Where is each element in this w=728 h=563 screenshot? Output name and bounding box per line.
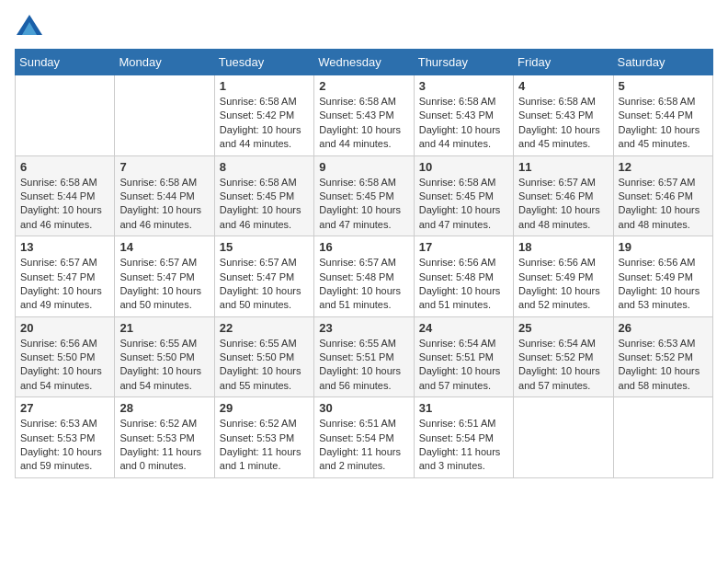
- sunrise-label: Sunrise: 6:53 AM: [20, 418, 97, 429]
- sunset-label: Sunset: 5:53 PM: [220, 432, 294, 443]
- daylight-label: Daylight: 10 hours and 46 minutes.: [20, 204, 102, 229]
- calendar-cell: 16 Sunrise: 6:57 AM Sunset: 5:48 PM Dayl…: [314, 236, 414, 317]
- sunrise-label: Sunrise: 6:58 AM: [619, 96, 696, 107]
- sunset-label: Sunset: 5:52 PM: [619, 351, 693, 362]
- cell-info: Sunrise: 6:54 AM Sunset: 5:52 PM Dayligh…: [518, 337, 608, 394]
- calendar-cell: 13 Sunrise: 6:57 AM Sunset: 5:47 PM Dayl…: [16, 236, 115, 317]
- daylight-label: Daylight: 10 hours and 55 minutes.: [220, 365, 301, 390]
- sunset-label: Sunset: 5:47 PM: [20, 271, 95, 282]
- sunrise-label: Sunrise: 6:58 AM: [220, 96, 297, 107]
- day-number: 31: [419, 401, 508, 415]
- sunrise-label: Sunrise: 6:54 AM: [419, 338, 496, 349]
- calendar-cell: 9 Sunrise: 6:58 AM Sunset: 5:45 PM Dayli…: [314, 155, 414, 236]
- calendar-cell: [613, 397, 712, 478]
- sunset-label: Sunset: 5:45 PM: [419, 190, 494, 201]
- sunrise-label: Sunrise: 6:57 AM: [220, 257, 297, 268]
- sunset-label: Sunset: 5:42 PM: [220, 109, 294, 121]
- sunset-label: Sunset: 5:45 PM: [220, 190, 294, 201]
- daylight-label: Daylight: 10 hours and 52 minutes.: [518, 285, 600, 310]
- cell-info: Sunrise: 6:57 AM Sunset: 5:47 PM Dayligh…: [220, 256, 309, 313]
- day-number: 22: [220, 321, 309, 335]
- sunset-label: Sunset: 5:53 PM: [20, 432, 95, 443]
- daylight-label: Daylight: 10 hours and 45 minutes.: [619, 124, 700, 149]
- sunset-label: Sunset: 5:47 PM: [220, 271, 294, 282]
- calendar-cell: 8 Sunrise: 6:58 AM Sunset: 5:45 PM Dayli…: [214, 155, 313, 236]
- sunset-label: Sunset: 5:50 PM: [20, 351, 95, 362]
- sunrise-label: Sunrise: 6:57 AM: [20, 257, 97, 268]
- daylight-label: Daylight: 10 hours and 49 minutes.: [20, 285, 102, 310]
- day-number: 6: [20, 160, 109, 174]
- daylight-label: Daylight: 10 hours and 57 minutes.: [419, 365, 501, 390]
- calendar-cell: 14 Sunrise: 6:57 AM Sunset: 5:47 PM Dayl…: [115, 236, 214, 317]
- calendar-cell: 20 Sunrise: 6:56 AM Sunset: 5:50 PM Dayl…: [16, 316, 115, 397]
- calendar-cell: 22 Sunrise: 6:55 AM Sunset: 5:50 PM Dayl…: [214, 316, 313, 397]
- sunset-label: Sunset: 5:53 PM: [119, 432, 194, 443]
- sunset-label: Sunset: 5:49 PM: [619, 271, 693, 282]
- daylight-label: Daylight: 11 hours and 2 minutes.: [319, 446, 401, 471]
- day-header-saturday: Saturday: [613, 50, 712, 75]
- cell-info: Sunrise: 6:57 AM Sunset: 5:48 PM Dayligh…: [319, 256, 408, 313]
- cell-info: Sunrise: 6:55 AM Sunset: 5:50 PM Dayligh…: [220, 337, 309, 394]
- day-header-tuesday: Tuesday: [214, 50, 313, 75]
- day-number: 24: [419, 321, 508, 335]
- calendar-week-1: 1 Sunrise: 6:58 AM Sunset: 5:42 PM Dayli…: [16, 75, 713, 156]
- sunset-label: Sunset: 5:45 PM: [319, 190, 393, 201]
- calendar-cell: 28 Sunrise: 6:52 AM Sunset: 5:53 PM Dayl…: [115, 397, 214, 478]
- calendar-cell: 2 Sunrise: 6:58 AM Sunset: 5:43 PM Dayli…: [314, 75, 414, 156]
- cell-info: Sunrise: 6:58 AM Sunset: 5:42 PM Dayligh…: [220, 95, 309, 152]
- sunrise-label: Sunrise: 6:58 AM: [20, 177, 97, 188]
- cell-info: Sunrise: 6:57 AM Sunset: 5:47 PM Dayligh…: [20, 256, 109, 313]
- daylight-label: Daylight: 10 hours and 45 minutes.: [518, 124, 600, 149]
- daylight-label: Daylight: 10 hours and 46 minutes.: [119, 204, 201, 229]
- calendar-cell: 26 Sunrise: 6:53 AM Sunset: 5:52 PM Dayl…: [613, 316, 712, 397]
- calendar-cell: 25 Sunrise: 6:54 AM Sunset: 5:52 PM Dayl…: [514, 316, 613, 397]
- day-number: 25: [518, 321, 608, 335]
- sunset-label: Sunset: 5:43 PM: [419, 109, 494, 121]
- cell-info: Sunrise: 6:57 AM Sunset: 5:47 PM Dayligh…: [119, 256, 209, 313]
- sunrise-label: Sunrise: 6:53 AM: [619, 338, 696, 349]
- calendar-cell: 12 Sunrise: 6:57 AM Sunset: 5:46 PM Dayl…: [613, 155, 712, 236]
- sunrise-label: Sunrise: 6:52 AM: [220, 418, 297, 429]
- calendar-cell: 31 Sunrise: 6:51 AM Sunset: 5:54 PM Dayl…: [414, 397, 513, 478]
- daylight-label: Daylight: 10 hours and 59 minutes.: [20, 446, 102, 471]
- day-number: 20: [20, 321, 109, 335]
- day-number: 8: [220, 160, 309, 174]
- sunrise-label: Sunrise: 6:58 AM: [220, 177, 297, 188]
- calendar-cell: 29 Sunrise: 6:52 AM Sunset: 5:53 PM Dayl…: [214, 397, 313, 478]
- sunset-label: Sunset: 5:47 PM: [119, 271, 194, 282]
- cell-info: Sunrise: 6:58 AM Sunset: 5:43 PM Dayligh…: [419, 95, 508, 152]
- calendar-cell: 3 Sunrise: 6:58 AM Sunset: 5:43 PM Dayli…: [414, 75, 513, 156]
- calendar-cell: 18 Sunrise: 6:56 AM Sunset: 5:49 PM Dayl…: [514, 236, 613, 317]
- cell-info: Sunrise: 6:54 AM Sunset: 5:51 PM Dayligh…: [419, 337, 508, 394]
- cell-info: Sunrise: 6:56 AM Sunset: 5:48 PM Dayligh…: [419, 256, 508, 313]
- calendar-cell: 11 Sunrise: 6:57 AM Sunset: 5:46 PM Dayl…: [514, 155, 613, 236]
- sunset-label: Sunset: 5:48 PM: [319, 271, 393, 282]
- day-number: 7: [119, 160, 209, 174]
- sunset-label: Sunset: 5:49 PM: [518, 271, 593, 282]
- cell-info: Sunrise: 6:52 AM Sunset: 5:53 PM Dayligh…: [119, 417, 209, 474]
- logo: [15, 15, 42, 40]
- day-number: 10: [419, 160, 508, 174]
- calendar-week-4: 20 Sunrise: 6:56 AM Sunset: 5:50 PM Dayl…: [16, 316, 713, 397]
- sunrise-label: Sunrise: 6:55 AM: [319, 338, 396, 349]
- daylight-label: Daylight: 10 hours and 44 minutes.: [419, 124, 501, 149]
- day-number: 18: [518, 240, 608, 254]
- calendar-week-2: 6 Sunrise: 6:58 AM Sunset: 5:44 PM Dayli…: [16, 155, 713, 236]
- day-number: 2: [319, 79, 408, 93]
- sunrise-label: Sunrise: 6:58 AM: [518, 96, 596, 107]
- sunset-label: Sunset: 5:43 PM: [319, 109, 393, 121]
- sunset-label: Sunset: 5:50 PM: [119, 351, 194, 362]
- calendar-cell: 27 Sunrise: 6:53 AM Sunset: 5:53 PM Dayl…: [16, 397, 115, 478]
- daylight-label: Daylight: 10 hours and 44 minutes.: [319, 124, 401, 149]
- daylight-label: Daylight: 10 hours and 54 minutes.: [20, 365, 102, 390]
- day-number: 11: [518, 160, 608, 174]
- day-header-monday: Monday: [115, 50, 214, 75]
- day-number: 1: [220, 79, 309, 93]
- day-number: 23: [319, 321, 408, 335]
- cell-info: Sunrise: 6:57 AM Sunset: 5:46 PM Dayligh…: [619, 176, 708, 233]
- sunset-label: Sunset: 5:46 PM: [619, 190, 693, 201]
- daylight-label: Daylight: 10 hours and 51 minutes.: [319, 285, 401, 310]
- cell-info: Sunrise: 6:55 AM Sunset: 5:50 PM Dayligh…: [119, 337, 209, 394]
- page-header: [15, 15, 713, 40]
- cell-info: Sunrise: 6:58 AM Sunset: 5:43 PM Dayligh…: [518, 95, 608, 152]
